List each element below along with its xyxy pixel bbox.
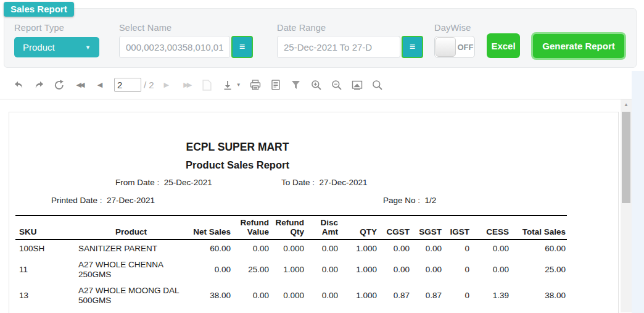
column-header: Disc Amt [305, 215, 339, 240]
column-header: Total Sales [510, 215, 567, 240]
page-number-input[interactable] [114, 78, 141, 92]
table-cell: 1.000 [339, 308, 378, 313]
column-header: Net Sales [185, 215, 232, 240]
daywise-label: DayWise [434, 23, 471, 33]
table-row: 100SHSANITIZER PARENT60.000.000.0000.001… [15, 240, 567, 257]
page-number: Page No : 1/2 [383, 196, 436, 205]
date-range-menu-button[interactable]: ≡ [402, 36, 423, 58]
table-cell: 60.00 [185, 240, 232, 257]
select-name-menu-button[interactable]: ≡ [231, 36, 253, 58]
chevron-down-icon: ▼ [85, 44, 91, 51]
column-header: IGST [443, 215, 471, 240]
table-cell: 0.00 [305, 282, 339, 308]
table-row: 14A27 WHOLE MOONG DAL 1KG0.0076.001.0000… [15, 308, 567, 313]
table-cell: 0.00 [411, 308, 443, 313]
column-header: Product [77, 215, 185, 240]
table-cell: 76.00 [510, 308, 567, 313]
table-cell: 25.00 [510, 256, 567, 282]
table-cell: SANITIZER PARENT [77, 240, 185, 257]
table-cell: 0 [443, 256, 471, 282]
column-header: SGST [411, 215, 443, 240]
undo-icon[interactable] [12, 79, 25, 91]
table-cell: A27 WHOLE MOONG DAL 500GMS [77, 282, 185, 308]
table-cell: 0 [443, 308, 471, 313]
filter-icon[interactable] [290, 79, 302, 91]
table-cell: 38.00 [510, 282, 567, 308]
table-cell: 0.87 [411, 282, 443, 308]
table-cell: 0.00 [378, 256, 411, 282]
table-cell: 11 [15, 256, 77, 282]
report-title: Product Sales Report [9, 159, 466, 171]
page-view-icon[interactable] [351, 79, 363, 91]
column-header: CGST [378, 215, 411, 240]
pdf-toolbar: ◀◀ ◀ / 2 ▶ ▶▶ ▼ [0, 71, 632, 99]
download-options-icon[interactable]: ▼ [236, 82, 241, 88]
hamburger-icon: ≡ [239, 41, 245, 52]
table-cell: 76.00 [232, 308, 270, 313]
table-cell: 0.00 [305, 256, 339, 282]
column-header: CESS [471, 215, 510, 240]
daywise-toggle[interactable]: OFF [434, 36, 475, 58]
table-cell: 0.00 [471, 256, 510, 282]
search-icon[interactable] [371, 79, 384, 91]
zoom-out-icon[interactable] [331, 79, 343, 91]
scroll-up-icon[interactable]: ▲ [621, 99, 632, 109]
table-cell: 14 [15, 308, 77, 313]
hamburger-icon: ≡ [410, 41, 415, 52]
report-type-select[interactable]: Product ▼ [14, 37, 99, 57]
filter-section: Sales Report Report Type Product ▼ Selec… [0, 0, 644, 71]
text-view-icon[interactable] [270, 79, 282, 91]
print-icon[interactable] [249, 79, 262, 91]
refresh-icon[interactable] [53, 79, 65, 91]
table-cell: 0.00 [232, 240, 270, 257]
zoom-in-icon[interactable] [310, 79, 323, 91]
page-total-label: / 2 [144, 80, 154, 90]
table-cell: 0.00 [305, 308, 339, 313]
date-range-input[interactable] [277, 36, 400, 58]
table-cell: 0 [443, 240, 471, 257]
table-cell: 38.00 [185, 282, 232, 308]
new-document-icon[interactable] [201, 79, 213, 91]
previous-page-icon[interactable]: ◀ [94, 79, 106, 91]
select-name-input[interactable] [119, 36, 230, 58]
to-date: To Date : 27-Dec-2021 [281, 178, 368, 187]
table-cell: 0.87 [378, 282, 411, 308]
table-cell: 0.00 [471, 240, 510, 257]
report-page: ECPL SUPER MART Product Sales Report Fro… [9, 112, 619, 313]
from-date: From Date : 25-Dec-2021 [115, 178, 212, 187]
report-type-label: Report Type [14, 23, 64, 33]
filter-panel: Report Type Product ▼ Select Name ≡ Date… [4, 8, 637, 68]
table-cell: 0.00 [378, 240, 411, 257]
generate-report-button[interactable]: Generate Report [531, 32, 626, 60]
table-row: 13A27 WHOLE MOONG DAL 500GMS38.000.000.0… [15, 282, 567, 308]
toggle-knob [436, 37, 456, 57]
scrollbar-thumb[interactable] [622, 112, 630, 203]
toggle-state: OFF [456, 43, 474, 52]
report-table-body: 100SHSANITIZER PARENT60.000.000.0000.001… [15, 240, 567, 313]
table-row: 11A27 WHOLE CHENNA 250GMS0.0025.001.0000… [15, 256, 567, 282]
table-cell: A27 WHOLE MOONG DAL 1KG [77, 308, 185, 313]
vertical-scrollbar[interactable]: ▲ [621, 99, 632, 312]
sales-report-table: SKUProductNet SalesRefund ValueRefund Qt… [15, 215, 567, 313]
column-header: Refund Value [232, 215, 270, 240]
table-cell: 0.00 [411, 256, 443, 282]
table-cell: 1.000 [339, 240, 378, 257]
printed-date: Printed Date : 27-Dec-2021 [51, 196, 155, 205]
next-page-icon[interactable]: ▶ [160, 79, 173, 91]
table-cell: 0.00 [232, 282, 270, 308]
date-range-label: Date Range [277, 23, 326, 33]
download-icon[interactable] [221, 79, 234, 91]
first-page-icon[interactable]: ◀◀ [73, 79, 86, 91]
table-cell: 0.00 [185, 308, 232, 313]
table-cell: 25.00 [232, 256, 270, 282]
table-cell: 1.39 [471, 282, 510, 308]
table-cell: 0.00 [378, 308, 411, 313]
last-page-icon[interactable]: ▶▶ [181, 79, 193, 91]
report-company-name: ECPL SUPER MART [9, 141, 466, 154]
redo-icon[interactable] [33, 79, 45, 91]
report-table-header-row: SKUProductNet SalesRefund ValueRefund Qt… [15, 215, 567, 240]
table-cell: 1.000 [339, 282, 378, 308]
select-name-label: Select Name [119, 23, 171, 33]
table-cell: 0.00 [305, 240, 339, 257]
excel-button[interactable]: Excel [487, 33, 520, 58]
